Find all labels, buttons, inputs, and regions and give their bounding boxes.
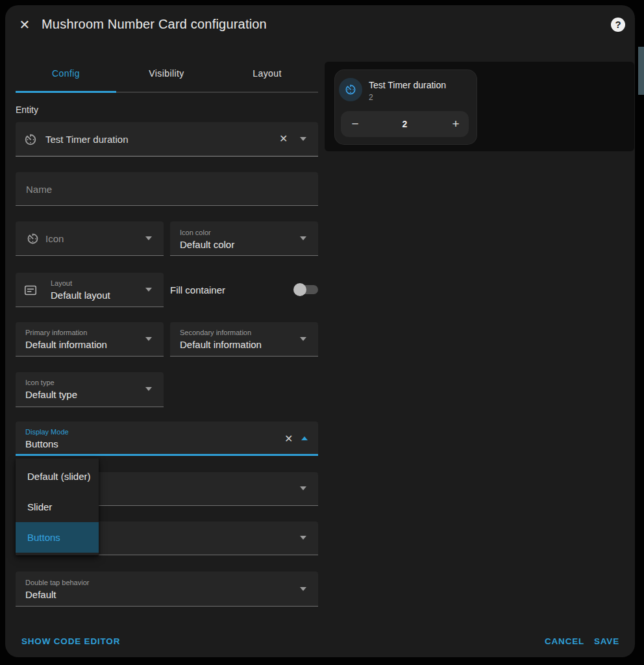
timer-icon [26, 232, 40, 245]
layout-chevron-down-icon[interactable] [145, 288, 152, 292]
menu-option-slider[interactable]: Slider [16, 492, 99, 522]
icon-type-value: Default type [25, 389, 77, 400]
fill-container-label: Fill container [170, 284, 225, 295]
tab-visibility[interactable]: Visibility [116, 68, 217, 79]
entity-chevron-down-icon[interactable] [300, 137, 306, 141]
layout-value: Default layout [51, 290, 110, 301]
entity-value: Test Timer duration [45, 134, 129, 145]
plus-button[interactable]: + [443, 117, 469, 131]
entity-section-label: Entity [16, 105, 38, 115]
cancel-button[interactable]: CANCEL [545, 636, 584, 646]
display-mode-focus-underline [16, 454, 318, 456]
display-mode-chevron-up-icon[interactable] [301, 436, 308, 440]
screen: ✕ Mushroom Number Card configuration ? C… [0, 0, 644, 665]
timer-icon [344, 83, 357, 96]
close-icon[interactable]: ✕ [17, 17, 32, 32]
icon-placeholder: Icon [45, 233, 64, 244]
secondary-info-value: Default information [180, 339, 262, 350]
timer-icon [23, 132, 38, 147]
dialog-title: Mushroom Number Card configuration [42, 17, 267, 32]
double-tap-select[interactable] [16, 571, 318, 607]
icon-color-label: Icon color [180, 229, 211, 236]
fill-container-toggle-knob[interactable] [293, 283, 306, 296]
display-mode-menu: Default (slider) Slider Buttons [16, 458, 99, 555]
display-mode-value: Buttons [25, 438, 58, 449]
show-code-editor-button[interactable]: SHOW CODE EDITOR [21, 636, 120, 646]
primary-info-value: Default information [25, 339, 107, 350]
secondary-info-label: Secondary information [180, 329, 251, 336]
preview-card-title: Test Timer duration [369, 80, 446, 90]
double-tap-chevron-down-icon[interactable] [300, 587, 306, 591]
double-tap-label: Double tap behavior [25, 579, 89, 586]
menu-option-buttons[interactable]: Buttons [16, 522, 99, 553]
tap-behavior-chevron-down-icon[interactable] [300, 486, 306, 490]
icon-type-chevron-down-icon[interactable] [145, 387, 152, 391]
double-tap-value: Default [25, 589, 56, 600]
icon-chevron-down-icon[interactable] [145, 236, 152, 240]
display-mode-select[interactable] [16, 421, 318, 456]
entity-clear-icon[interactable]: ✕ [279, 134, 288, 144]
layout-icon [23, 283, 38, 297]
tab-config[interactable]: Config [16, 68, 116, 79]
primary-info-chevron-down-icon[interactable] [145, 337, 152, 341]
display-mode-clear-icon[interactable]: ✕ [284, 434, 293, 444]
primary-info-label: Primary information [25, 329, 87, 336]
display-mode-label: Display Mode [25, 428, 69, 436]
name-input[interactable] [16, 172, 318, 206]
icon-color-chevron-down-icon[interactable] [300, 236, 306, 240]
active-tab-indicator [16, 91, 116, 93]
icon-color-value: Default color [180, 239, 234, 250]
name-placeholder: Name [26, 184, 52, 195]
hold-behavior-chevron-down-icon[interactable] [300, 536, 306, 540]
preview-card-secondary: 2 [369, 93, 373, 102]
tab-layout[interactable]: Layout [217, 68, 317, 79]
help-icon[interactable]: ? [611, 18, 625, 32]
menu-option-default-slider[interactable]: Default (slider) [16, 461, 99, 492]
save-button[interactable]: SAVE [594, 636, 619, 646]
secondary-info-chevron-down-icon[interactable] [300, 337, 306, 341]
background-artifact [638, 47, 644, 95]
icon-type-label: Icon type [25, 379, 55, 386]
layout-label: Layout [51, 279, 72, 287]
